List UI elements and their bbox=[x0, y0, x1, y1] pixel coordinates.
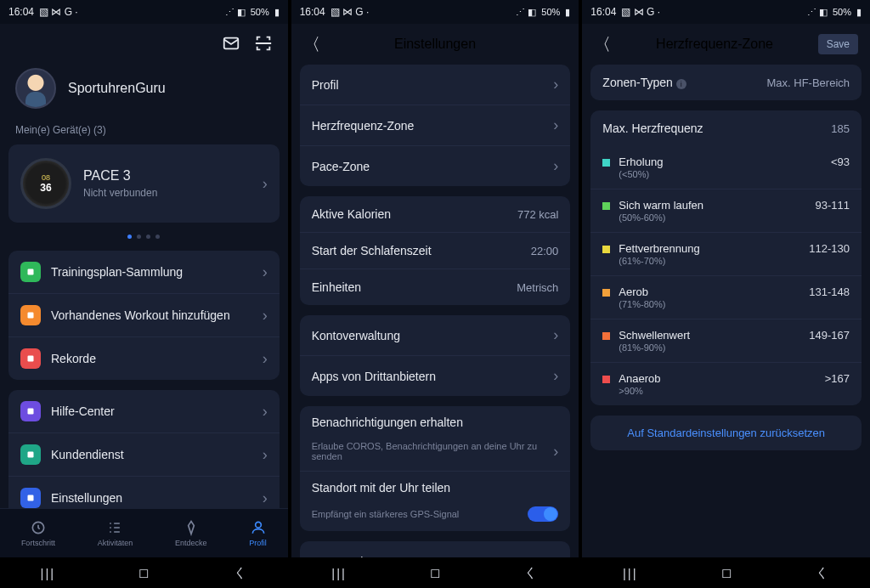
messages-icon[interactable] bbox=[222, 34, 240, 56]
zone-color-icon bbox=[602, 289, 610, 297]
chevron-right-icon: › bbox=[263, 489, 268, 507]
chevron-right-icon: › bbox=[263, 350, 268, 368]
username[interactable]: SportuhrenGuru bbox=[68, 81, 166, 96]
row-max-hr[interactable]: Max. Herzfrequenz 185 bbox=[590, 110, 862, 146]
zone-row[interactable]: Anaerob>90%>167 bbox=[590, 362, 862, 405]
zone-color-icon bbox=[602, 202, 610, 210]
screen-hr-zone: 16:04▧ ⋈ G · ⋰ ◧50%▮ 〈 Herzfrequenz-Zone… bbox=[582, 0, 870, 588]
zone-row[interactable]: Sich warm laufen(50%-60%)93-111 bbox=[590, 189, 862, 232]
toggle-location[interactable] bbox=[528, 506, 558, 522]
zone-row[interactable]: Schwellenwert(81%-90%)149-167 bbox=[590, 319, 862, 362]
back-button[interactable]: く bbox=[810, 565, 835, 581]
back-icon[interactable]: 〈 bbox=[303, 33, 320, 56]
settings-row[interactable]: EinheitenMetrisch bbox=[300, 269, 571, 305]
reset-button[interactable]: Auf Standardeinstellungen zurücksetzen bbox=[590, 416, 862, 450]
chevron-right-icon: › bbox=[553, 326, 558, 344]
tab-profile[interactable]: Profil bbox=[249, 519, 267, 547]
menu-row[interactable]: Rekorde› bbox=[8, 336, 280, 380]
back-icon[interactable]: 〈 bbox=[594, 33, 611, 56]
zone-row[interactable]: Aerob(71%-80%)131-148 bbox=[590, 275, 862, 319]
screen-settings: 16:04▧ ⋈ G · ⋰ ◧50%▮ 〈 Einstellungen Pro… bbox=[291, 0, 579, 588]
chevron-right-icon: › bbox=[263, 175, 268, 193]
menu-row[interactable]: Hilfe-Center› bbox=[8, 390, 280, 433]
page-title: Einstellungen bbox=[329, 37, 542, 52]
settings-row[interactable]: Herzfrequenz-Zone› bbox=[300, 105, 571, 145]
device-card[interactable]: 08 36 PACE 3 Nicht verbunden › bbox=[8, 144, 280, 223]
avatar[interactable] bbox=[15, 68, 56, 109]
chevron-right-icon: › bbox=[263, 263, 268, 281]
back-button[interactable]: く bbox=[227, 565, 252, 581]
menu-row[interactable]: Trainingsplan-Sammlung› bbox=[8, 251, 280, 293]
chevron-right-icon: › bbox=[263, 446, 268, 464]
row-icon bbox=[20, 262, 41, 282]
row-location[interactable]: Standort mit der Uhr teilen Empfängt ein… bbox=[300, 471, 571, 531]
android-nav: ||| ◻ く bbox=[291, 557, 579, 588]
bottom-nav: Fortschritt Aktivitäten Entdecke Profil bbox=[0, 508, 288, 557]
scan-icon[interactable] bbox=[254, 34, 273, 56]
info-icon[interactable]: i bbox=[676, 79, 686, 89]
chevron-right-icon: › bbox=[553, 116, 558, 134]
zone-row[interactable]: Erholung(<50%)<93 bbox=[590, 146, 862, 189]
settings-row[interactable]: Pace-Zone› bbox=[300, 145, 571, 186]
save-button[interactable]: Save bbox=[818, 34, 858, 54]
row-icon bbox=[20, 305, 41, 325]
tab-activities[interactable]: Aktivitäten bbox=[98, 519, 133, 547]
settings-row[interactable]: Kontoverwaltung› bbox=[300, 315, 571, 355]
chevron-right-icon: › bbox=[553, 367, 558, 385]
recent-button[interactable]: ||| bbox=[35, 566, 60, 580]
row-icon bbox=[20, 444, 41, 465]
settings-row[interactable]: Aktive Kalorien772 kcal bbox=[300, 196, 571, 232]
svg-rect-1 bbox=[28, 269, 34, 275]
back-button[interactable]: く bbox=[518, 565, 544, 581]
svg-rect-4 bbox=[28, 409, 34, 415]
svg-rect-3 bbox=[28, 356, 34, 362]
status-bar: 16:04▧ ⋈ G · ⋰ ◧50%▮ bbox=[582, 0, 870, 24]
row-icon bbox=[20, 348, 41, 369]
recent-button[interactable]: ||| bbox=[618, 566, 643, 580]
menu-row[interactable]: Kundendienst› bbox=[8, 433, 280, 476]
chevron-right-icon: › bbox=[263, 307, 268, 325]
devices-label: Mein(e) Gerät(e) (3) bbox=[0, 124, 288, 144]
home-button[interactable]: ◻ bbox=[714, 565, 739, 580]
settings-row[interactable]: Start der Schlafenszeit22:00 bbox=[300, 232, 571, 269]
home-button[interactable]: ◻ bbox=[422, 565, 448, 580]
chevron-right-icon: › bbox=[263, 403, 268, 421]
screen-profile: 16:04▧ ⋈ G · ⋰ ◧50%▮ SportuhrenGuru Mein… bbox=[0, 0, 288, 588]
tab-explore[interactable]: Entdecke bbox=[175, 519, 207, 547]
status-bar: 16:04▧ ⋈ G · ⋰ ◧50%▮ bbox=[291, 0, 579, 24]
settings-row[interactable]: Profil› bbox=[300, 65, 571, 105]
svg-rect-5 bbox=[28, 452, 34, 458]
chevron-right-icon: › bbox=[553, 76, 558, 93]
home-button[interactable]: ◻ bbox=[131, 565, 156, 580]
header: 〈 Einstellungen bbox=[291, 24, 579, 65]
watchface-icon: 08 36 bbox=[20, 158, 71, 209]
svg-rect-2 bbox=[28, 313, 34, 319]
settings-row[interactable]: Apps von Drittanbietern› bbox=[300, 355, 571, 396]
row-notifications[interactable]: Benachrichtigungen erhalten Erlaube CORO… bbox=[300, 406, 571, 471]
svg-point-8 bbox=[255, 522, 261, 528]
android-nav: ||| ◻ く bbox=[582, 557, 870, 588]
row-icon bbox=[20, 488, 41, 508]
page-title: Herzfrequenz-Zone bbox=[619, 37, 809, 52]
chevron-right-icon: › bbox=[553, 157, 558, 175]
row-app-version[interactable]: App-Version V3.2.14 › bbox=[300, 541, 571, 557]
chevron-right-icon: › bbox=[553, 443, 558, 461]
zone-color-icon bbox=[602, 246, 610, 253]
zone-color-icon bbox=[602, 332, 610, 340]
page-dots bbox=[0, 231, 288, 251]
row-icon bbox=[20, 401, 41, 421]
android-nav: ||| ◻ く bbox=[0, 557, 288, 588]
zone-row[interactable]: Fettverbrennung(61%-70%)112-130 bbox=[590, 232, 862, 275]
row-zone-type[interactable]: Zonen-Typeni Max. HF-Bereich bbox=[590, 65, 862, 100]
status-bar: 16:04▧ ⋈ G · ⋰ ◧50%▮ bbox=[0, 0, 288, 24]
header: 〈 Herzfrequenz-Zone Save bbox=[582, 24, 870, 65]
menu-row[interactable]: Einstellungen› bbox=[8, 476, 280, 508]
tab-progress[interactable]: Fortschritt bbox=[21, 519, 55, 547]
zone-color-icon bbox=[602, 159, 610, 167]
menu-row[interactable]: Vorhandenes Workout hinzufügen› bbox=[8, 293, 280, 336]
zone-color-icon bbox=[602, 376, 610, 383]
svg-rect-6 bbox=[28, 495, 34, 501]
recent-button[interactable]: ||| bbox=[326, 566, 352, 580]
